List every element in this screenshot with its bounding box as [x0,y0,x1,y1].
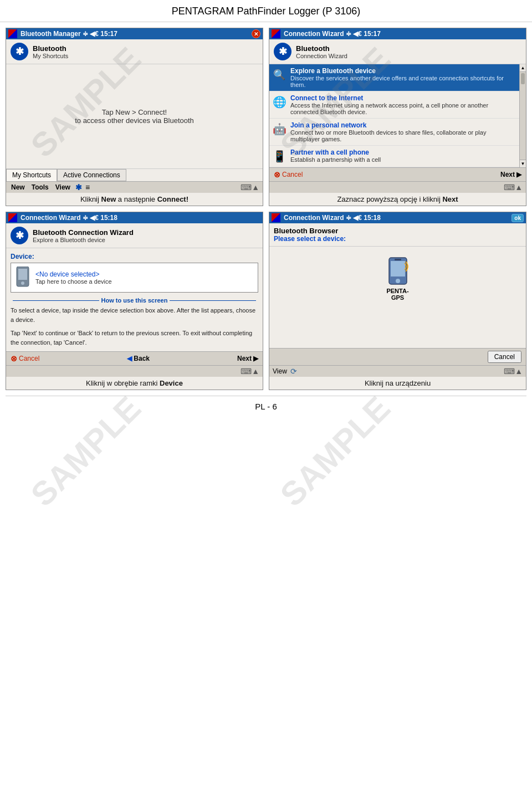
toolbar-tools-btn[interactable]: Tools [30,183,50,192]
phone-item-content: Partner with a cell phone Establish a pa… [290,149,381,163]
next-label-3: Next [237,355,252,362]
keyboard-icon-2[interactable]: ⌨▲ [504,183,523,192]
internet-title: Connect to the Internet [290,94,517,102]
titlebar-1: Bluetooth Manager ≑ ◀€ 15:17 ✕ [6,28,263,39]
phone-device-icon [14,267,31,289]
toolbar-1: New Tools View ✱ ≡ ⌨▲ [6,181,263,193]
header-sub-1: My Shortcuts [33,53,68,59]
header-text-3: Bluetooth Connection Wizard Explore a Bl… [33,228,134,243]
phone-title: Partner with a cell phone [290,149,381,156]
next-button-3[interactable]: Next ▶ [237,355,258,362]
scroll-down-2[interactable]: ▼ [520,160,526,167]
back-button-3[interactable]: ◀ Back [127,355,150,362]
panel-body-3: Device: <No device selected> Tap here to… [6,248,263,351]
titlebar-text-1: Bluetooth Manager ≑ ◀€ 15:17 [21,30,249,38]
header-title-2: Bluetooth [296,44,347,53]
svg-rect-6 [395,259,401,260]
explore-icon: 🔍 [272,67,287,83]
wizard-bottom-2: ⊗ Cancel Next ▶ [269,167,526,181]
cancel-button-3[interactable]: ⊗ Cancel [11,354,39,363]
close-button-1[interactable]: ✕ [252,29,260,38]
bottom-label: PL - 6 [6,396,526,413]
panel-body-1: Tap New > Connect! to access other devic… [6,64,263,168]
wizard-scroll-content: 🔍 Explore a Bluetooth device Discover th… [269,64,519,167]
device-selector-box[interactable]: <No device selected> Tap here to choose … [11,263,258,293]
keyboard-icon-3[interactable]: ⌨▲ [241,367,259,376]
how-to-title: How to use this screen [11,297,258,304]
scroll-thumb-2 [521,73,525,84]
view-label-4: View [273,367,287,375]
toolbar-view-btn[interactable]: View [54,183,72,192]
browser-title: Bluetooth Browser [274,227,521,235]
explore-desc: Discover the services another device off… [290,75,517,88]
wizard-item-phone[interactable]: 📱 Partner with a cell phone Establish a … [269,146,519,167]
header-sub-2: Connection Wizard [296,53,347,59]
header-sub-3: Explore a Bluetooth device [33,237,134,243]
tabs-bar-1: My Shortcuts Active Connections [6,168,263,181]
header-text-1: Bluetooth My Shortcuts [33,44,68,59]
device-label: Device: [11,253,258,260]
toolbar-3: ⌨▲ [6,365,263,377]
titlebar-text-4: Connection Wizard ≑ ◀€ 15:18 [284,214,509,222]
header-text-2: Bluetooth Connection Wizard [296,44,347,59]
header-title-3: Bluetooth Connection Wizard [33,228,134,237]
cancel-button-2[interactable]: ⊗ Cancel [274,170,303,179]
toolbar-4: View ⟳ ⌨▲ [269,365,526,377]
toolbar-new-btn[interactable]: New [9,183,27,192]
titlebar-3: Connection Wizard ≑ ◀€ 15:18 [6,212,263,223]
keyboard-icon-1[interactable]: ⌨▲ [241,183,259,192]
caption-1: Kliknij New a następnie Connect! [6,193,263,206]
network-icon: 🤖 [272,121,287,137]
next-button-2[interactable]: Next ▶ [500,171,521,178]
windows-flag-icon-2 [272,29,280,38]
keyboard-icon-4[interactable]: ⌨▲ [504,367,523,376]
device-tap-hint: Tap here to choose a device [35,278,112,285]
body-center-text-1: Tap New > Connect! to access other devic… [11,69,258,164]
next-arrow-icon-3: ▶ [253,355,258,362]
explore-item-content: Explore a Bluetooth device Discover the … [290,67,517,88]
refresh-icon[interactable]: ⟳ [290,367,297,376]
tab-active-connections[interactable]: Active Connections [57,169,126,181]
titlebar-2: Connection Wizard ≑ ◀€ 15:17 [269,28,526,39]
titlebar-text-3: Connection Wizard ≑ ◀€ 15:18 [21,214,260,222]
cancel-button-4[interactable]: Cancel [488,351,521,363]
phone-desc: Establish a partnership with a cell [290,156,381,163]
browser-header: Bluetooth Browser Please select a device… [269,223,526,247]
cancel-label-3: Cancel [19,355,39,362]
wizard-item-internet[interactable]: 🌐 Connect to the Internet Access the Int… [269,91,519,119]
titlebar-4: Connection Wizard ≑ ◀€ 15:18 ok [269,212,526,223]
bluetooth-icon-3: ✱ [11,227,28,244]
internet-icon: 🌐 [272,94,287,110]
panel-device-select: Connection Wizard ≑ ◀€ 15:18 ✱ Bluetooth… [6,212,263,390]
tab-my-shortcuts[interactable]: My Shortcuts [6,169,57,181]
windows-flag-icon [8,29,17,38]
how-to-text-1: To select a device, tap inside the devic… [11,306,258,324]
next-arrow-icon-2: ▶ [516,171,521,178]
scrollbar-2: ▲ ▼ [519,64,526,167]
page-title: PENTAGRAM PathFinder Logger (P 3106) [0,0,532,22]
toolbar-2: ⌨▲ [269,181,526,193]
windows-flag-icon-4 [272,213,280,222]
svg-point-5 [396,279,400,283]
panel-bluetooth-manager: Bluetooth Manager ≑ ◀€ 15:17 ✕ ✱ Bluetoo… [6,28,263,206]
wizard-item-explore[interactable]: 🔍 Explore a Bluetooth device Discover th… [269,64,519,91]
internet-item-content: Connect to the Internet Access the Inter… [290,94,517,115]
panel-header-3: ✱ Bluetooth Connection Wizard Explore a … [6,223,263,248]
row-2: Connection Wizard ≑ ◀€ 15:18 ✱ Bluetooth… [6,212,526,390]
panel-bluetooth-browser: Connection Wizard ≑ ◀€ 15:18 ok Bluetoot… [269,212,526,390]
wizard-item-network[interactable]: 🤖 Join a personal network Connect two or… [269,119,519,146]
wizard-list-area: 🔍 Explore a Bluetooth device Discover th… [269,64,526,167]
device-item-penta-gps[interactable]: PENTA- GPS [274,251,521,306]
bluetooth-icon-1: ✱ [11,43,28,60]
ok-button-4[interactable]: ok [511,214,524,222]
browser-subtitle: Please select a device: [274,235,521,243]
scroll-up-2[interactable]: ▲ [520,64,526,72]
row-1: Bluetooth Manager ≑ ◀€ 15:17 ✕ ✱ Bluetoo… [6,28,526,206]
back-arrow-icon: ◀ [127,355,132,362]
explore-title: Explore a Bluetooth device [290,67,517,75]
svg-rect-1 [18,269,27,280]
cancel-x-icon: ⊗ [274,170,280,179]
svg-rect-4 [391,261,405,277]
panel-header-2: ✱ Bluetooth Connection Wizard [269,39,526,64]
next-label-2: Next [500,171,515,178]
